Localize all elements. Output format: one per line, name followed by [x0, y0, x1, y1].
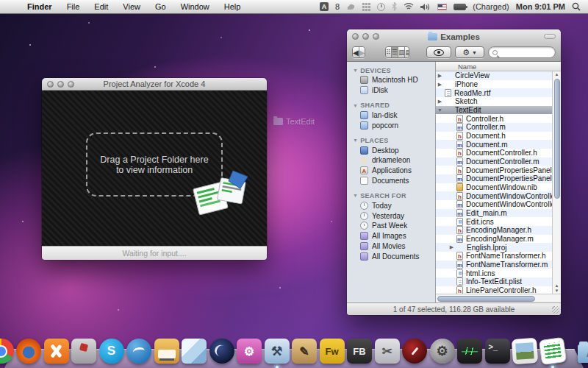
- sidebar-item-lan-disk[interactable]: lan-disk: [353, 110, 435, 121]
- horizontal-scrollbar[interactable]: [436, 294, 561, 302]
- sidebar-item-applications[interactable]: Applications: [353, 166, 435, 176]
- dock-item-cube-icon[interactable]: [182, 338, 207, 364]
- disclosure-triangle-icon[interactable]: ▶: [448, 244, 456, 250]
- icon-view-button[interactable]: ⠿: [386, 47, 392, 57]
- disclosure-triangle-icon[interactable]: ▼: [353, 68, 358, 73]
- sidebar-item-idisk[interactable]: iDisk: [353, 85, 435, 96]
- resize-grip[interactable]: [552, 306, 559, 314]
- sidebar-item-desktop[interactable]: Desktop: [353, 145, 435, 155]
- file-row[interactable]: Controller.h: [436, 114, 552, 123]
- dock-item-skype-icon[interactable]: S: [99, 338, 124, 364]
- menu-finder[interactable]: Finder: [27, 2, 52, 11]
- dock-item-package-icon[interactable]: [71, 338, 96, 364]
- dock-item-xampp-icon[interactable]: [44, 338, 69, 364]
- sidebar-item-documents[interactable]: Documents: [353, 176, 435, 186]
- dock-item-flash-builder-icon[interactable]: FB: [347, 338, 372, 364]
- sidebar-item-all-movies[interactable]: All Movies: [353, 241, 435, 252]
- disclosure-triangle-icon[interactable]: ▶: [436, 73, 444, 79]
- project-drop-zone[interactable]: Drag a Project Folder here to view infor…: [86, 132, 223, 197]
- hscroll-thumb[interactable]: [437, 296, 535, 302]
- menu-help[interactable]: Help: [224, 2, 241, 11]
- column-header-name[interactable]: Name: [436, 62, 561, 71]
- sidebar-item-yesterday[interactable]: Yesterday: [353, 210, 435, 221]
- menu-go[interactable]: Go: [155, 2, 166, 11]
- file-row[interactable]: Document.m: [436, 140, 552, 149]
- file-row[interactable]: DocumentPropertiesPanelController.h: [436, 166, 552, 174]
- file-row[interactable]: EncodingManager.m: [436, 235, 552, 244]
- sidebar-item-macintosh-hd[interactable]: Macintosh HD: [353, 75, 435, 85]
- dock-item-openoffice-icon[interactable]: [126, 338, 151, 364]
- file-row[interactable]: Document.h: [436, 132, 552, 141]
- file-row[interactable]: Edit.icns: [436, 217, 552, 226]
- toolbar-toggle-button[interactable]: [544, 34, 556, 39]
- quicklook-button[interactable]: [426, 46, 451, 58]
- sidebar-item-popcorn[interactable]: popcorn: [353, 120, 435, 130]
- spotlight-icon[interactable]: [572, 2, 581, 11]
- file-row[interactable]: ReadMe.rtf: [436, 88, 552, 97]
- file-row[interactable]: DocumentPropertiesPanelController.m: [436, 174, 552, 183]
- file-row[interactable]: Info-TextEdit.plist: [436, 277, 552, 286]
- dock-item-activity-monitor-icon[interactable]: [457, 338, 482, 364]
- dock-item-terminal-icon[interactable]: >_: [485, 338, 510, 364]
- volume-icon[interactable]: [420, 3, 431, 11]
- sidebar-item-today[interactable]: Today: [353, 200, 435, 210]
- search-input[interactable]: [500, 49, 551, 57]
- menu-view[interactable]: View: [123, 2, 140, 11]
- menu-window[interactable]: Window: [181, 2, 209, 11]
- bird-icon[interactable]: [346, 3, 356, 11]
- dock-item-xcode-icon[interactable]: ⚒: [265, 338, 290, 364]
- dock-item-scissors-icon[interactable]: ✂: [375, 338, 400, 364]
- action-menu-button[interactable]: ⚙ ▼: [455, 46, 484, 58]
- file-row[interactable]: html.icns: [436, 269, 552, 277]
- dock-item-chrome-icon[interactable]: [0, 338, 14, 364]
- timemachine-icon[interactable]: [377, 3, 385, 11]
- file-row[interactable]: ▶CircleView: [436, 71, 552, 80]
- dock-item-eclipse-icon[interactable]: [209, 338, 234, 364]
- scroll-up-arrow[interactable]: ▲: [553, 72, 561, 77]
- vertical-scrollbar[interactable]: ▲ ▲ ▼: [552, 71, 561, 294]
- sidebar-item-all-images[interactable]: All Images: [353, 231, 435, 241]
- dock-item-photos-icon[interactable]: [512, 338, 537, 364]
- finder-titlebar[interactable]: Examples: [347, 29, 561, 43]
- adobe-icon[interactable]: A: [320, 2, 329, 11]
- file-row[interactable]: LinePanelController.h: [436, 286, 552, 294]
- file-row[interactable]: Edit_main.m: [436, 209, 552, 218]
- list-view-button[interactable]: ☰: [392, 47, 398, 57]
- file-row[interactable]: FontNameTransformer.h: [436, 252, 552, 261]
- dock-item-fireworks-icon[interactable]: Fw: [320, 338, 345, 364]
- disclosure-triangle-icon[interactable]: ▼: [353, 193, 358, 198]
- file-row[interactable]: ▼TextEdit: [436, 106, 552, 115]
- disclosure-triangle-icon[interactable]: ▶: [436, 82, 444, 88]
- grid-icon[interactable]: [362, 3, 370, 11]
- file-row[interactable]: Controller.m: [436, 123, 552, 132]
- dock-item-transmit-icon[interactable]: [154, 338, 179, 364]
- file-row[interactable]: EncodingManager.h: [436, 226, 552, 235]
- vscroll-thumb[interactable]: [554, 79, 560, 199]
- column-view-button[interactable]: ▥: [398, 47, 406, 57]
- dock-item-gauge-icon[interactable]: [402, 338, 427, 364]
- wifi-icon[interactable]: [404, 3, 414, 10]
- menu-edit[interactable]: Edit: [94, 2, 108, 11]
- sidebar-item-past-week[interactable]: Past Week: [353, 221, 435, 231]
- dock-item-firefox-icon[interactable]: [16, 338, 41, 364]
- scroll-up-arrow2[interactable]: ▲: [553, 283, 561, 288]
- disclosure-triangle-icon[interactable]: ▶: [436, 99, 444, 105]
- file-row[interactable]: DocumentController.m: [436, 158, 552, 166]
- menubar-clock[interactable]: Mon 9:01 PM: [516, 2, 565, 11]
- sidebar-item-all-documents[interactable]: All Documents: [353, 251, 435, 261]
- dock-item-design-pen-icon[interactable]: ✎: [292, 338, 317, 364]
- analyzer-titlebar[interactable]: Project Analyzer for Xcode 4: [42, 78, 267, 91]
- file-row[interactable]: DocumentWindow.nib: [436, 183, 552, 192]
- coverflow-view-button[interactable]: ▤: [405, 47, 409, 57]
- menu-file[interactable]: File: [67, 2, 80, 11]
- bluetooth-icon[interactable]: [392, 2, 397, 11]
- dock-item-applications-folder-icon[interactable]: A: [578, 338, 588, 364]
- file-row[interactable]: FontNameTransformer.m: [436, 261, 552, 269]
- file-row[interactable]: ▶iPhone: [436, 80, 552, 89]
- disclosure-triangle-icon[interactable]: ▼: [353, 103, 358, 108]
- disclosure-triangle-icon[interactable]: ▼: [436, 107, 444, 113]
- dock-item-project-analyzer-icon[interactable]: [540, 338, 565, 364]
- disclosure-triangle-icon[interactable]: ▼: [353, 138, 358, 143]
- file-row[interactable]: DocumentWindowController.m: [436, 200, 552, 209]
- file-row[interactable]: ▶Sketch: [436, 97, 552, 106]
